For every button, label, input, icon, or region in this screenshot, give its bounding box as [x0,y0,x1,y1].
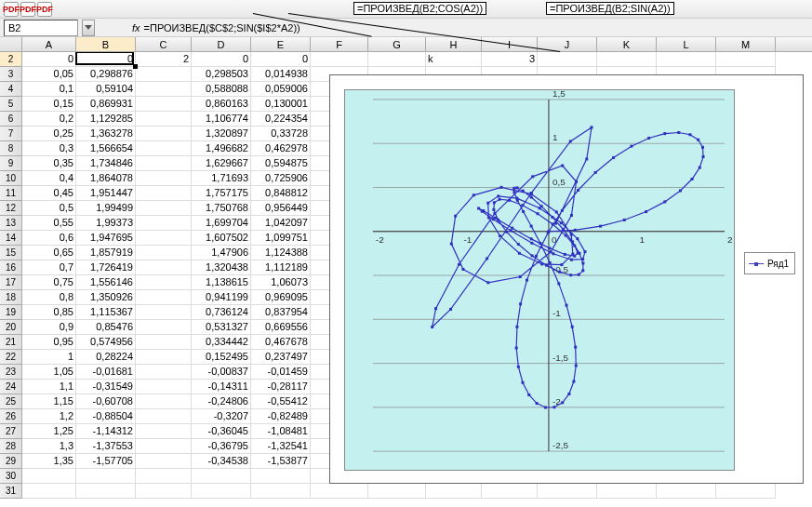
cell[interactable] [251,484,311,499]
cell[interactable]: 1,2 [22,409,76,424]
cell[interactable] [136,454,192,469]
cell[interactable] [368,484,426,499]
cell[interactable] [136,82,192,97]
cell[interactable]: -0,82489 [251,409,311,424]
cell[interactable]: 1,138615 [192,275,251,290]
cell[interactable]: 0,941199 [192,290,251,305]
cell[interactable]: 1,106774 [192,112,251,127]
row-header[interactable]: 13 [0,216,22,231]
cell[interactable] [368,52,426,67]
cell[interactable] [136,320,192,335]
cell[interactable] [136,97,192,112]
row-header[interactable]: 4 [0,82,22,97]
cell[interactable] [136,67,192,82]
cell[interactable]: 1,115367 [76,305,136,320]
cell[interactable]: -0,24806 [192,394,251,409]
cell[interactable]: 1 [22,350,76,365]
pdf-export-icon[interactable]: PDF [4,2,19,17]
row-header[interactable]: 14 [0,231,22,246]
cell[interactable]: 1,566654 [76,141,136,156]
cell[interactable] [311,484,368,499]
cell[interactable]: 0,35 [22,156,76,171]
cell[interactable]: 1,699704 [192,216,251,231]
cell[interactable]: 0,574956 [76,335,136,350]
cell[interactable]: 0,3 [22,141,76,156]
cell[interactable] [136,171,192,186]
cell[interactable] [136,156,192,171]
cell[interactable]: -1,53877 [251,454,311,469]
row-header[interactable]: 11 [0,186,22,201]
cell[interactable] [597,52,657,67]
cell[interactable]: 0,725906 [251,171,311,186]
cell[interactable]: 0,8 [22,290,76,305]
cell[interactable]: 0,224354 [251,112,311,127]
cell[interactable]: 0,85 [22,305,76,320]
cell[interactable]: 1,35 [22,454,76,469]
cell[interactable] [136,335,192,350]
cell[interactable] [136,112,192,127]
row-header[interactable]: 20 [0,320,22,335]
cell[interactable]: 0,014938 [251,67,311,82]
cell[interactable]: 1,350926 [76,290,136,305]
row-header[interactable]: 31 [0,484,22,499]
row-header[interactable]: 24 [0,380,22,394]
row-header[interactable]: 15 [0,246,22,260]
cell[interactable]: -0,55412 [251,394,311,409]
cell[interactable]: 0,6 [22,231,76,246]
cell[interactable]: 0,736124 [192,305,251,320]
row-header[interactable]: 6 [0,112,22,127]
col-header-F[interactable]: F [311,37,368,51]
formula-input[interactable] [144,20,812,36]
cell[interactable]: -0,3207 [192,409,251,424]
cell[interactable]: 0,2 [22,112,76,127]
cell[interactable]: -0,36795 [192,439,251,454]
cell[interactable]: 2 [136,52,192,67]
cell[interactable]: 1,734846 [76,156,136,171]
cell[interactable]: 1,25 [22,424,76,439]
col-header-K[interactable]: K [597,37,657,51]
cell[interactable] [311,52,368,67]
cell[interactable] [482,484,538,499]
row-header[interactable]: 25 [0,394,22,409]
cell[interactable]: 0 [192,52,251,67]
cell[interactable] [136,439,192,454]
cell[interactable]: 1,129285 [76,112,136,127]
cell[interactable]: 1,71693 [192,171,251,186]
cell[interactable]: -1,08481 [251,424,311,439]
cell[interactable] [538,484,597,499]
row-header[interactable]: 27 [0,424,22,439]
col-header-C[interactable]: C [136,37,192,51]
cell[interactable] [136,424,192,439]
cell[interactable]: 0,594875 [251,156,311,171]
cell[interactable]: 1,864078 [76,171,136,186]
cell[interactable]: 0,869931 [76,97,136,112]
cell[interactable]: 1,099751 [251,231,311,246]
cell[interactable] [136,141,192,156]
cell[interactable]: -1,57705 [76,454,136,469]
cell[interactable] [136,394,192,409]
row-header[interactable]: 7 [0,127,22,141]
cell[interactable]: 0,15 [22,97,76,112]
cell[interactable]: 0,4 [22,171,76,186]
cell[interactable]: 0,130001 [251,97,311,112]
cell[interactable]: 1,750768 [192,201,251,216]
cell[interactable] [76,484,136,499]
cell[interactable] [136,246,192,260]
cell[interactable]: -0,34538 [192,454,251,469]
col-header-A[interactable]: A [22,37,76,51]
cell[interactable]: 0,531327 [192,320,251,335]
cell[interactable]: 1,06073 [251,275,311,290]
cell[interactable]: 1,757175 [192,186,251,201]
cell[interactable]: 0,85476 [76,320,136,335]
cell[interactable]: 0,334442 [192,335,251,350]
cell[interactable]: 0,237497 [251,350,311,365]
row-header[interactable]: 21 [0,335,22,350]
cell[interactable]: 0 [76,52,136,67]
cell[interactable] [192,484,251,499]
row-header[interactable]: 10 [0,171,22,186]
cell[interactable] [657,484,716,499]
pdf-export-icon[interactable]: PDF [20,2,35,17]
cell[interactable] [22,469,76,484]
cell[interactable]: 0,7 [22,260,76,275]
cell[interactable] [136,127,192,141]
